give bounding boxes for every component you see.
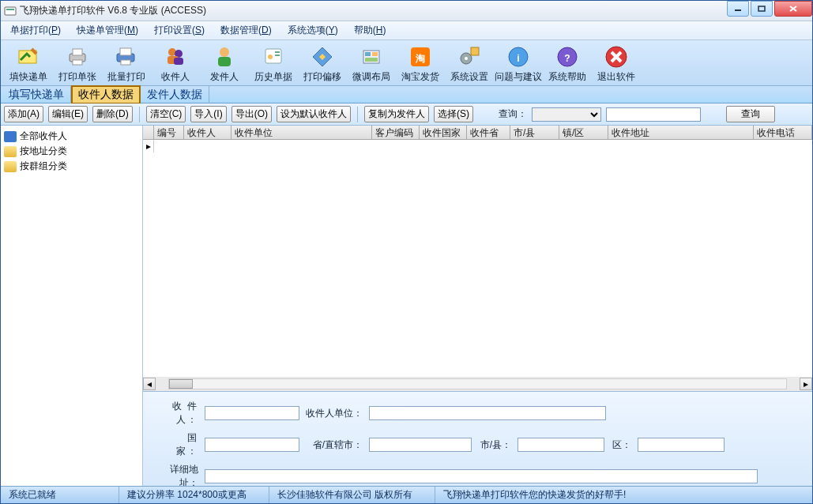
- query-button[interactable]: 查询: [726, 106, 775, 122]
- clear-button[interactable]: 清空(C): [146, 106, 186, 122]
- tab-sender-data[interactable]: 发件人数据: [141, 86, 209, 103]
- system-settings-button[interactable]: 系统设置: [445, 41, 494, 84]
- status-ready: 系统已就绪: [1, 487, 119, 503]
- tree-node-all[interactable]: 全部收件人: [4, 129, 139, 144]
- minimize-button[interactable]: [727, 1, 749, 17]
- export-button[interactable]: 导出(O): [231, 106, 272, 122]
- svg-rect-24: [365, 52, 371, 56]
- col-country[interactable]: 收件国家: [420, 126, 467, 139]
- edit-button[interactable]: 编辑(E): [48, 106, 88, 122]
- menu-options[interactable]: 系统选项(Y): [283, 22, 343, 39]
- col-unit[interactable]: 收件单位: [231, 126, 372, 139]
- printer-batch-icon: [114, 44, 139, 70]
- col-marker[interactable]: [143, 126, 154, 139]
- col-city[interactable]: 市/县: [510, 126, 559, 139]
- col-customer-code[interactable]: 客户编码: [372, 126, 420, 139]
- scroll-right-icon[interactable]: ▸: [800, 378, 812, 390]
- history-button[interactable]: 历史单据: [249, 41, 298, 84]
- recipient-input[interactable]: [205, 406, 299, 420]
- svg-rect-31: [471, 47, 479, 55]
- col-district[interactable]: 镇/区: [559, 126, 608, 139]
- col-id[interactable]: 编号: [154, 126, 184, 139]
- maximize-button[interactable]: [751, 1, 773, 17]
- province-input[interactable]: [369, 438, 472, 452]
- tree-node-by-group[interactable]: 按群组分类: [4, 159, 139, 174]
- window-title: 飞翔快递单打印软件 V6.8 专业版 (ACCESS): [20, 4, 725, 17]
- col-recipient[interactable]: 收件人: [184, 126, 231, 139]
- recipient-unit-label: 收件人单位：: [306, 407, 363, 420]
- svg-rect-26: [365, 58, 378, 62]
- menu-print[interactable]: 单据打印(P): [6, 22, 66, 39]
- scroll-left-icon[interactable]: ◂: [143, 378, 156, 390]
- tab-fill[interactable]: 填写快递单: [2, 86, 71, 103]
- col-address[interactable]: 收件地址: [608, 126, 754, 139]
- select-button[interactable]: 选择(S): [434, 106, 473, 122]
- address-input[interactable]: [205, 469, 758, 483]
- horizontal-scrollbar[interactable]: ◂ ▸: [143, 377, 812, 391]
- status-bar: 系统已就绪 建议分辨率 1024*800或更高 长沙佳驰软件有限公司 版权所有 …: [1, 486, 812, 503]
- print-batch-button[interactable]: 批量打印: [102, 41, 151, 84]
- scroll-thumb[interactable]: [169, 379, 193, 389]
- recipient-button[interactable]: 收件人: [151, 41, 200, 84]
- svg-rect-12: [121, 60, 130, 65]
- district-input[interactable]: [638, 438, 725, 452]
- title-bar: 飞翔快递单打印软件 V6.8 专业版 (ACCESS): [1, 1, 812, 21]
- province-label: 省/直辖市：: [306, 438, 363, 452]
- print-offset-button[interactable]: 打印偏移: [298, 41, 347, 84]
- svg-rect-1: [6, 9, 14, 10]
- menu-data[interactable]: 数据管理(D): [216, 22, 277, 39]
- printer-icon: [65, 44, 90, 70]
- sender-button[interactable]: 发件人: [200, 41, 249, 84]
- list-icon: [4, 131, 17, 142]
- exit-button[interactable]: 退出软件: [592, 41, 641, 84]
- country-label: 国 家：: [152, 431, 198, 458]
- svg-rect-3: [758, 6, 765, 11]
- menu-bar: 单据打印(P) 快递单管理(M) 打印设置(S) 数据管理(D) 系统选项(Y)…: [1, 21, 812, 40]
- app-icon: [4, 5, 17, 17]
- copy-as-sender-button[interactable]: 复制为发件人: [364, 106, 429, 122]
- svg-point-30: [465, 57, 468, 60]
- print-single-button[interactable]: 打印单张: [53, 41, 102, 84]
- sub-toolbar: 添加(A) 编辑(E) 删除(D) 清空(C) 导入(I) 导出(O) 设为默认…: [1, 103, 812, 126]
- settings-icon: [457, 44, 482, 70]
- menu-help[interactable]: 帮助(H): [349, 22, 391, 39]
- svg-rect-18: [218, 57, 231, 66]
- query-label: 查询：: [499, 107, 527, 121]
- layout-icon: [359, 44, 384, 70]
- toolbar: 填快递单 打印单张 批量打印 收件人 发件人 历史单据 打印偏移 微调布局 淘淘…: [1, 40, 812, 86]
- menu-manage[interactable]: 快递单管理(M): [72, 22, 143, 39]
- query-field-select[interactable]: [532, 107, 601, 122]
- svg-rect-25: [372, 52, 378, 56]
- folder-icon: [4, 161, 17, 172]
- fill-form-button[interactable]: 填快递单: [4, 41, 53, 84]
- delete-button[interactable]: 删除(D): [92, 106, 133, 122]
- country-input[interactable]: [205, 438, 299, 452]
- svg-rect-8: [73, 49, 82, 55]
- set-default-button[interactable]: 设为默认收件人: [277, 106, 351, 122]
- feedback-button[interactable]: i问题与建议: [494, 41, 543, 84]
- detail-panel: 收 件 人： 收件人单位： 国 家： 省/直辖市： 市/县： 区： 详细地: [143, 391, 812, 486]
- tab-recipient-data[interactable]: 收件人数据: [71, 85, 141, 104]
- close-button[interactable]: [774, 1, 812, 17]
- col-province[interactable]: 收件省: [467, 126, 510, 139]
- col-phone[interactable]: 收件电话: [754, 126, 812, 139]
- grid-body[interactable]: ▸: [143, 140, 812, 377]
- import-button[interactable]: 导入(I): [190, 106, 226, 122]
- taobao-ship-button[interactable]: 淘淘宝发货: [396, 41, 445, 84]
- svg-point-20: [268, 55, 273, 59]
- tree-node-by-address[interactable]: 按地址分类: [4, 144, 139, 159]
- help-icon: ?: [555, 44, 580, 70]
- layout-adjust-button[interactable]: 微调布局: [347, 41, 396, 84]
- taobao-icon: 淘: [408, 44, 433, 70]
- query-input[interactable]: [606, 107, 701, 122]
- add-button[interactable]: 添加(A): [4, 106, 43, 122]
- svg-rect-9: [73, 60, 82, 65]
- form-icon: [16, 44, 41, 70]
- row-marker-icon: ▸: [143, 140, 154, 152]
- tree-panel: 全部收件人 按地址分类 按群组分类: [1, 126, 143, 486]
- recipient-unit-input[interactable]: [369, 406, 606, 420]
- city-input[interactable]: [518, 438, 604, 452]
- menu-print-setup[interactable]: 打印设置(S): [149, 22, 209, 39]
- grid-header: 编号 收件人 收件单位 客户编码 收件国家 收件省 市/县 镇/区 收件地址 收…: [143, 126, 812, 140]
- help-button[interactable]: ?系统帮助: [543, 41, 592, 84]
